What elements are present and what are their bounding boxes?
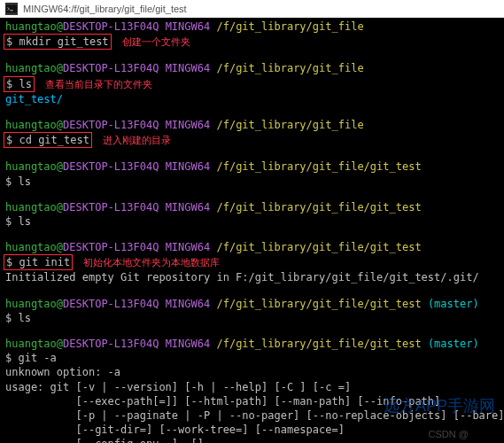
command-line: $ git -a (5, 351, 499, 365)
command-line: $ ls (5, 175, 499, 189)
window-title: MINGW64:/f/git_library/git_file/git_test (23, 4, 187, 14)
command-line: $ mkdir git_test创建一个文件夹 (5, 34, 499, 50)
output-line: [--git-dir=] [--work-tree=] [--namespace… (5, 423, 499, 437)
terminal-area[interactable]: huangtao@DESKTOP-L13F04Q MINGW64 /f/git_… (0, 18, 504, 443)
output-line: git_test/ (5, 92, 499, 106)
prompt-line: huangtao@DESKTOP-L13F04Q MINGW64 /f/git_… (5, 159, 499, 174)
svg-rect-1 (6, 5, 17, 13)
prompt-line: huangtao@DESKTOP-L13F04Q MINGW64 /f/git_… (5, 200, 499, 214)
command-line: $ ls查看当前目录下的文件夹 (5, 76, 499, 92)
command-line: $ ls (5, 214, 499, 229)
output-line: unknown option: -a (5, 365, 499, 379)
output-line: usage: git [-v | --version] [-h | --help… (5, 380, 499, 394)
csdn-watermark: CSDN @ (429, 429, 469, 439)
terminal-icon (5, 3, 18, 15)
watermark-text: 远方APP手游网 (384, 395, 495, 416)
output-line: [--config-env==] [] (5, 437, 499, 443)
command-line: $ ls (5, 311, 499, 325)
prompt-line: huangtao@DESKTOP-L13F04Q MINGW64 /f/git_… (5, 240, 499, 254)
prompt-line: huangtao@DESKTOP-L13F04Q MINGW64 /f/git_… (5, 337, 499, 351)
prompt-line: huangtao@DESKTOP-L13F04Q MINGW64 /f/git_… (5, 19, 499, 34)
command-line: $ cd git_test进入刚建的目录 (5, 132, 499, 148)
output-line: Initialized empty Git repository in F:/g… (5, 270, 499, 284)
prompt-line: huangtao@DESKTOP-L13F04Q MINGW64 /f/git_… (5, 61, 499, 75)
prompt-line: huangtao@DESKTOP-L13F04Q MINGW64 /f/git_… (5, 118, 499, 132)
command-line: $ git init初始化本地文件夹为本地数据库 (5, 254, 499, 270)
window-titlebar: MINGW64:/f/git_library/git_file/git_test (0, 0, 504, 18)
prompt-line: huangtao@DESKTOP-L13F04Q MINGW64 /f/git_… (5, 297, 499, 311)
